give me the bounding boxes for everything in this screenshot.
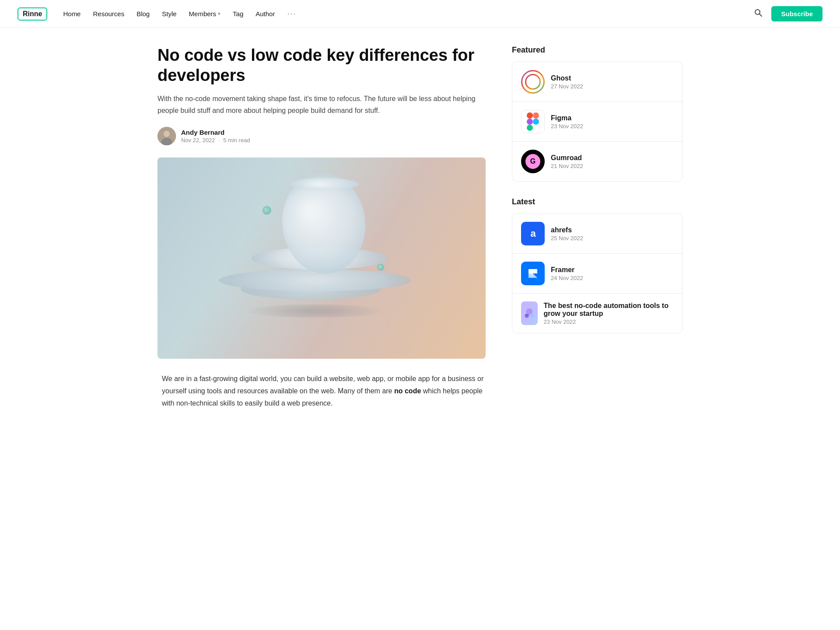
nav-right: Subscribe xyxy=(754,6,822,21)
featured-item-figma[interactable]: Figma 23 Nov 2022 xyxy=(512,102,682,142)
svg-point-8 xyxy=(533,119,539,125)
card-info: Gumroad 21 Nov 2022 xyxy=(551,154,583,169)
figma-icon xyxy=(527,112,539,131)
nav-author[interactable]: Author xyxy=(256,10,275,18)
card-info: Figma 23 Nov 2022 xyxy=(551,114,583,130)
nav-members[interactable]: Members ▾ xyxy=(189,10,221,18)
separator: · xyxy=(218,137,220,144)
nav-resources[interactable]: Resources xyxy=(93,10,124,18)
card-date: 25 Nov 2022 xyxy=(551,235,583,242)
svg-point-14 xyxy=(525,314,528,318)
main-content: No code vs low code key differences for … xyxy=(158,46,486,410)
card-title: Ghost xyxy=(551,74,583,82)
article-title: No code vs low code key differences for … xyxy=(158,46,486,85)
svg-line-1 xyxy=(760,14,762,16)
author-row: Andy Bernard Nov 22, 2022 · 5 min read xyxy=(158,127,486,145)
gumroad-logo: G xyxy=(521,150,545,173)
ahrefs-logo: a xyxy=(521,222,545,245)
framer-icon xyxy=(527,267,539,280)
article-subtitle: With the no-code movement taking shape f… xyxy=(158,93,486,116)
featured-list: Ghost 27 Nov 2022 Figma 2 xyxy=(512,62,682,182)
read-time: 5 min read xyxy=(223,137,250,144)
svg-marker-10 xyxy=(528,269,537,273)
nav-style[interactable]: Style xyxy=(162,10,176,18)
card-date: 24 Nov 2022 xyxy=(551,275,583,281)
body-paragraph: We are in a fast-growing digital world, … xyxy=(162,373,486,410)
hero-image xyxy=(158,158,486,359)
page-wrapper: No code vs low code key differences for … xyxy=(140,28,700,436)
card-title: Figma xyxy=(551,114,583,122)
search-icon xyxy=(754,8,763,17)
svg-rect-6 xyxy=(533,112,539,119)
nav-home[interactable]: Home xyxy=(63,10,80,18)
svg-rect-7 xyxy=(527,119,533,125)
featured-section-title: Featured xyxy=(512,46,682,55)
card-title: ahrefs xyxy=(551,226,583,234)
card-date: 23 Nov 2022 xyxy=(551,123,583,130)
author-info: Andy Bernard Nov 22, 2022 · 5 min read xyxy=(181,129,250,144)
search-button[interactable] xyxy=(754,8,763,19)
author-meta: Nov 22, 2022 · 5 min read xyxy=(181,137,250,144)
card-title: The best no-code automation tools to gro… xyxy=(544,302,673,318)
article-body: We are in a fast-growing digital world, … xyxy=(158,373,486,410)
latest-item-framer[interactable]: Framer 24 Nov 2022 xyxy=(512,254,682,294)
nocode-thumbnail xyxy=(521,304,538,322)
latest-item-ahrefs[interactable]: a ahrefs 25 Nov 2022 xyxy=(512,214,682,254)
gumroad-inner: G xyxy=(525,154,540,169)
chevron-down-icon: ▾ xyxy=(218,11,220,17)
sidebar: Featured Ghost 27 Nov 2022 xyxy=(512,46,682,410)
card-info: Ghost 27 Nov 2022 xyxy=(551,74,583,90)
featured-item-gumroad[interactable]: G Gumroad 21 Nov 2022 xyxy=(512,142,682,181)
latest-section-title: Latest xyxy=(512,197,682,206)
card-date: 23 Nov 2022 xyxy=(544,318,673,325)
subscribe-button[interactable]: Subscribe xyxy=(771,6,822,21)
card-title: Gumroad xyxy=(551,154,583,162)
nocode-thumb xyxy=(521,301,538,325)
featured-item-ghost[interactable]: Ghost 27 Nov 2022 xyxy=(512,62,682,102)
nav-blog[interactable]: Blog xyxy=(136,10,150,18)
card-info: ahrefs 25 Nov 2022 xyxy=(551,226,583,242)
card-title: Framer xyxy=(551,266,583,274)
framer-logo xyxy=(521,262,545,285)
ghost-logo xyxy=(521,70,545,94)
svg-rect-5 xyxy=(527,112,533,119)
svg-rect-9 xyxy=(527,125,533,131)
card-info: Framer 24 Nov 2022 xyxy=(551,266,583,281)
svg-point-3 xyxy=(164,131,170,137)
hero-canvas xyxy=(158,158,486,359)
card-date: 21 Nov 2022 xyxy=(551,163,583,169)
navigation: Rinne Home Resources Blog Style Members … xyxy=(0,0,840,28)
latest-list: a ahrefs 25 Nov 2022 Framer 24 N xyxy=(512,214,682,333)
author-avatar-image xyxy=(158,127,176,145)
card-info: The best no-code automation tools to gro… xyxy=(544,302,673,325)
body-bold-text: no code xyxy=(394,387,421,395)
site-logo[interactable]: Rinne xyxy=(18,7,47,21)
latest-item-nocode[interactable]: The best no-code automation tools to gro… xyxy=(512,294,682,333)
avatar xyxy=(158,127,176,145)
author-date: Nov 22, 2022 xyxy=(181,137,215,144)
more-icon[interactable]: ··· xyxy=(287,9,296,18)
nav-tag[interactable]: Tag xyxy=(233,10,243,18)
author-name: Andy Bernard xyxy=(181,129,250,136)
svg-point-15 xyxy=(530,314,534,318)
nav-links: Home Resources Blog Style Members ▾ Tag … xyxy=(63,9,754,18)
card-date: 27 Nov 2022 xyxy=(551,83,583,90)
figma-logo xyxy=(521,110,545,133)
